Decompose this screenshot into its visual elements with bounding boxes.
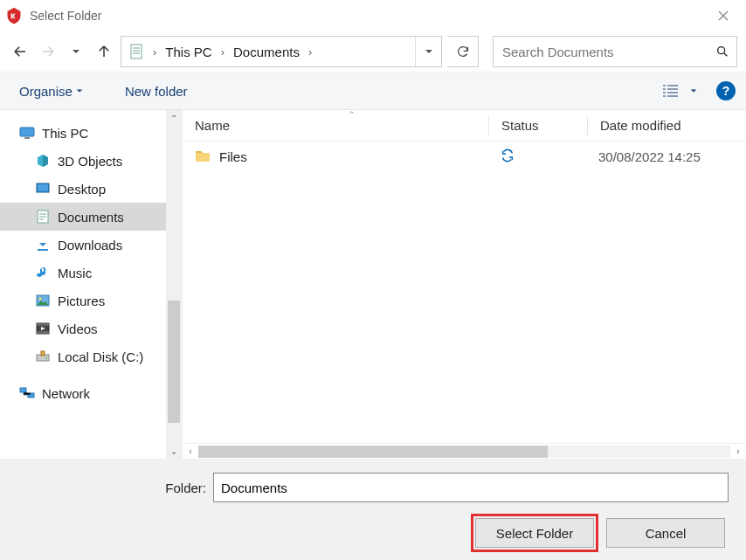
scroll-right-icon[interactable]: › (730, 444, 746, 460)
tree-label: 3D Objects (58, 154, 122, 169)
scroll-down-icon[interactable]: ⌄ (166, 443, 182, 459)
pictures-icon (35, 293, 51, 308)
tree-documents[interactable]: Documents (0, 203, 166, 231)
desktop-icon (35, 181, 51, 197)
tree-videos[interactable]: Videos (0, 315, 166, 342)
nav-tree: This PC 3D Objects Desktop Documents Dow… (0, 110, 166, 459)
computer-icon (19, 125, 35, 141)
tree-label: This PC (42, 126, 88, 141)
svg-rect-14 (41, 351, 45, 356)
tree-local-disk[interactable]: Local Disk (C:) (0, 342, 166, 370)
svg-rect-2 (20, 128, 34, 136)
column-name[interactable]: Name (183, 118, 488, 133)
tree-pictures[interactable]: Pictures (0, 287, 166, 315)
back-button[interactable] (9, 40, 31, 63)
address-dropdown[interactable] (415, 37, 441, 66)
folder-label: Folder: (149, 480, 206, 495)
music-icon (35, 265, 51, 280)
up-button[interactable] (93, 40, 115, 63)
svg-rect-15 (20, 388, 26, 392)
location-icon (128, 43, 146, 60)
tree-downloads[interactable]: Downloads (0, 231, 166, 259)
network-icon (19, 385, 35, 401)
select-folder-button[interactable]: Select Folder (475, 518, 594, 548)
close-button[interactable] (706, 0, 741, 31)
horizontal-scrollbar[interactable]: ‹ › (183, 443, 746, 459)
svg-rect-5 (38, 184, 48, 191)
column-date[interactable]: Date modified (588, 118, 746, 133)
sidebar-scrollbar[interactable]: ⌃ ⌄ (166, 110, 182, 459)
hscroll-thumb[interactable] (198, 446, 548, 458)
scroll-thumb[interactable] (168, 301, 180, 423)
tree-music[interactable]: Music (0, 259, 166, 287)
tree-3d-objects[interactable]: 3D Objects (0, 147, 166, 175)
tree-desktop[interactable]: Desktop (0, 175, 166, 203)
refresh-button[interactable] (447, 36, 479, 67)
new-folder-button[interactable]: New folder (116, 79, 197, 104)
tree-label: Pictures (58, 294, 105, 308)
cancel-button[interactable]: Cancel (606, 518, 725, 548)
search-icon[interactable] (708, 45, 736, 59)
history-dropdown[interactable] (65, 40, 87, 63)
nav-row: › This PC › Documents › (0, 31, 746, 72)
address-bar[interactable]: › This PC › Documents › (121, 36, 442, 67)
view-dropdown[interactable] (688, 79, 699, 103)
tree-label: Desktop (58, 182, 106, 197)
svg-rect-0 (131, 45, 142, 59)
3d-icon (35, 153, 51, 169)
organise-button[interactable]: Organise (10, 79, 92, 104)
tree-label: Music (58, 266, 92, 280)
drive-icon (35, 349, 51, 364)
tree-this-pc[interactable]: This PC (0, 119, 166, 147)
svg-rect-3 (24, 137, 30, 139)
downloads-icon (35, 237, 51, 252)
tree-label: Videos (58, 321, 98, 336)
tree-label: Local Disk (C:) (58, 349, 143, 364)
tree-label: Downloads (58, 238, 122, 252)
file-list: ⌃ Name Status Date modified Files 30/08/… (183, 110, 746, 459)
tree-label: Documents (58, 210, 124, 225)
svg-rect-11 (37, 331, 49, 334)
dialog-footer: Folder: Select Folder Cancel (0, 459, 746, 560)
folder-icon (195, 149, 211, 165)
item-date: 30/08/2022 14:25 (586, 149, 746, 164)
scroll-left-icon[interactable]: ‹ (183, 444, 198, 460)
forward-button[interactable] (37, 40, 59, 63)
tree-label: Network (42, 386, 90, 401)
column-headers: ⌃ Name Status Date modified (183, 110, 746, 142)
videos-icon (35, 321, 51, 336)
column-status[interactable]: Status (489, 118, 587, 133)
item-status (488, 149, 586, 165)
chevron-right-icon[interactable]: › (307, 45, 314, 59)
svg-rect-10 (37, 323, 49, 326)
tree-network[interactable]: Network (0, 379, 166, 407)
help-button[interactable]: ? (716, 81, 736, 100)
breadcrumb-documents[interactable]: Documents (226, 37, 307, 66)
scroll-up-icon[interactable]: ⌃ (166, 110, 182, 126)
view-options[interactable] (659, 79, 683, 103)
svg-point-13 (45, 357, 47, 359)
titlebar: Select Folder (0, 0, 746, 31)
chevron-right-icon[interactable]: › (219, 45, 226, 59)
item-name: Files (219, 149, 247, 164)
documents-icon (35, 209, 51, 225)
window-title: Select Folder (30, 9, 101, 23)
search-input[interactable] (494, 45, 708, 59)
svg-point-8 (39, 298, 42, 301)
folder-input[interactable] (213, 473, 729, 502)
toolbar: Organise New folder ? (0, 72, 746, 110)
chevron-right-icon[interactable]: › (151, 45, 158, 59)
sort-indicator-icon: ⌃ (349, 110, 356, 119)
svg-point-1 (718, 47, 725, 54)
list-item[interactable]: Files 30/08/2022 14:25 (183, 142, 746, 171)
app-icon (5, 7, 23, 24)
search-box[interactable] (493, 36, 737, 67)
breadcrumb-this-pc[interactable]: This PC (158, 37, 218, 66)
